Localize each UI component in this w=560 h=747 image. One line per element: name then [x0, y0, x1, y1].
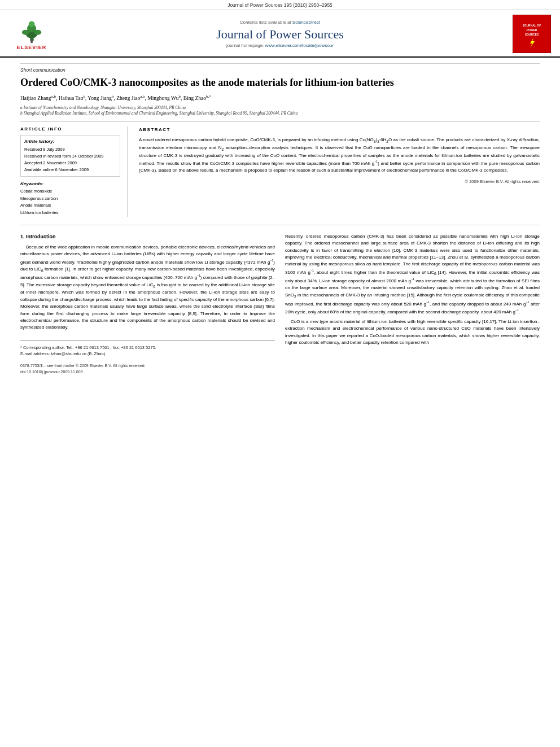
- keyword-4: Lithium-ion batteries: [20, 209, 120, 217]
- affiliations: a Institute of Nanochemistry and Nanobio…: [20, 105, 540, 117]
- article-history-box: Article history: Received 8 July 2009 Re…: [20, 135, 120, 177]
- intro-para-2: Recently, ordered mesoporous carbon (CMK…: [285, 233, 540, 316]
- journal-homepage: journal homepage: www.elsevier.com/locat…: [54, 43, 506, 48]
- body-right-column: Recently, ordered mesoporous carbon (CMK…: [285, 233, 540, 375]
- sciencedirect-anchor[interactable]: ScienceDirect: [292, 20, 320, 25]
- body-left-column: 1. Introduction Because of the wide appl…: [20, 233, 275, 375]
- abstract-column: ABSTRACT A novel ordered mesoporous carb…: [139, 126, 540, 217]
- article-info-column: ARTICLE INFO Article history: Received 8…: [20, 126, 128, 217]
- homepage-label: journal homepage:: [226, 43, 264, 48]
- journal-citation: Journal of Power Sources 195 (2010) 2950…: [0, 0, 560, 10]
- svg-point-4: [21, 29, 29, 34]
- revised-date: Received in revised form 14 October 2009: [24, 153, 116, 160]
- keywords-title: Keywords:: [20, 181, 120, 186]
- available-date: Available online 6 November 2009: [24, 167, 116, 173]
- footnote-area: * Corresponding author. Tel.: +86 21 661…: [20, 340, 275, 357]
- svg-text:SOURCES: SOURCES: [525, 33, 539, 36]
- issn-line: 0378-7753/$ – see front matter © 2009 El…: [20, 362, 275, 369]
- svg-rect-7: [30, 40, 33, 43]
- divider-2: [20, 225, 540, 225]
- history-title: Article history:: [24, 138, 116, 145]
- section-title: Introduction: [26, 234, 56, 239]
- abstract-text: A novel ordered mesoporous carbon hybrid…: [139, 137, 540, 174]
- journal-header: ELSEVIER Contents lists available at Sci…: [0, 10, 560, 58]
- email-footnote: E-mail address: tzhao@shu.edu.cn (B. Zha…: [20, 351, 275, 357]
- power-sources-logo-container: JOURNAL OF POWER SOURCES: [506, 15, 551, 53]
- sciencedirect-link: Contents lists available at ScienceDirec…: [54, 20, 506, 25]
- elsevier-tree-icon: [16, 18, 47, 43]
- elsevier-label: ELSEVIER: [17, 45, 47, 50]
- accepted-date: Accepted 2 November 2009: [24, 160, 116, 167]
- article-info-heading: ARTICLE INFO: [20, 126, 120, 132]
- keywords-box: Keywords: Cobalt monoxide Mesoporous car…: [20, 181, 120, 217]
- body-content: 1. Introduction Because of the wide appl…: [20, 233, 540, 375]
- affiliation-a: a Institute of Nanochemistry and Nanobio…: [20, 105, 186, 110]
- journal-title: Journal of Power Sources: [54, 27, 506, 42]
- article-title: Ordered CoO/CMK-3 nanocomposites as the …: [20, 76, 540, 89]
- bottom-info: 0378-7753/$ – see front matter © 2009 El…: [20, 362, 275, 375]
- intro-para-1: Because of the wide application in mobil…: [20, 244, 275, 331]
- citation-text: Journal of Power Sources 195 (2010) 2950…: [228, 2, 333, 8]
- svg-text:JOURNAL OF: JOURNAL OF: [523, 24, 541, 27]
- power-logo-icon: JOURNAL OF POWER SOURCES: [518, 20, 546, 48]
- homepage-link[interactable]: www.elsevier.com/locate/jpowsour: [265, 43, 334, 48]
- power-sources-logo: JOURNAL OF POWER SOURCES: [513, 15, 551, 53]
- elsevier-logo: ELSEVIER: [9, 18, 54, 50]
- copyright-note: © 2009 Elsevier B.V. All rights reserved…: [139, 178, 540, 185]
- svg-point-3: [28, 21, 34, 27]
- journal-center: Contents lists available at ScienceDirec…: [54, 20, 506, 48]
- introduction-heading: 1. Introduction: [20, 233, 275, 241]
- keyword-3: Anode materials: [20, 202, 120, 209]
- corresponding-footnote: * Corresponding author. Tel.: +86 21 661…: [20, 344, 275, 351]
- received-date: Received 8 July 2009: [24, 146, 116, 153]
- authors-line: Haijiao Zhanga,b, Haihua Taob, Yong Jian…: [20, 94, 540, 102]
- keyword-2: Mesoporous carbon: [20, 195, 120, 203]
- article-type-label: Short communication: [20, 63, 540, 73]
- divider-1: [20, 121, 540, 122]
- info-abstract-section: ARTICLE INFO Article history: Received 8…: [20, 126, 540, 217]
- affiliation-b: b Shanghai Applied Radiation Institute, …: [20, 111, 298, 116]
- section-num: 1.: [20, 234, 25, 239]
- keyword-1: Cobalt monoxide: [20, 188, 120, 195]
- intro-para-3: CoO is a new type anodic material of lit…: [285, 318, 540, 347]
- svg-text:POWER: POWER: [527, 28, 537, 32]
- abstract-heading: ABSTRACT: [139, 126, 540, 133]
- main-content: Short communication Ordered CoO/CMK-3 na…: [0, 58, 560, 387]
- svg-point-5: [34, 29, 41, 34]
- sciencedirect-label: Contents lists available at: [240, 20, 291, 25]
- doi-line: doi:10.1016/j.jpowsour.2009.11.003: [20, 369, 275, 375]
